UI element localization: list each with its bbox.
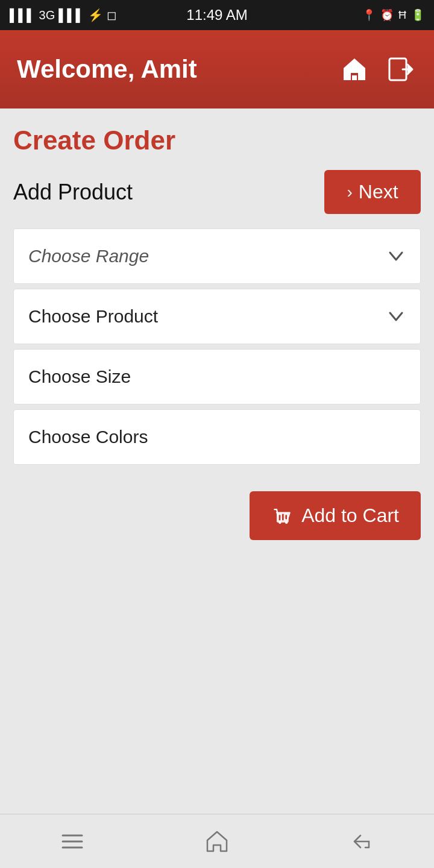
choose-size-row[interactable]: Choose Size — [13, 349, 421, 404]
bottom-nav — [0, 814, 434, 868]
home-icon[interactable] — [338, 52, 371, 86]
svg-point-4 — [285, 521, 288, 524]
back-button[interactable] — [344, 823, 380, 860]
svg-rect-6 — [282, 514, 284, 520]
signal-icon: ▌▌▌ — [10, 8, 36, 22]
page-title: Create Order — [13, 125, 421, 156]
add-product-label: Add Product — [13, 180, 133, 205]
next-chevron: › — [347, 183, 352, 202]
choose-range-chevron — [386, 247, 406, 266]
home-svg — [340, 55, 369, 84]
alarm-icon: ⏰ — [380, 8, 394, 22]
choose-size-label: Choose Size — [28, 366, 131, 386]
status-left: ▌▌▌ 3G ▌▌▌ ⚡ ◻ — [10, 8, 117, 22]
app-header: Welcome, Amit — [0, 30, 434, 108]
battery-icon: 🔋 — [411, 8, 424, 22]
choose-colors-row[interactable]: Choose Colors — [13, 409, 421, 465]
logout-icon[interactable] — [383, 52, 417, 86]
svg-point-3 — [278, 521, 281, 524]
next-button[interactable]: › Next — [324, 170, 421, 214]
usb-icon: ⚡ — [88, 8, 103, 22]
add-to-cart-label: Add to Cart — [301, 505, 399, 527]
status-right: 📍 ⏰ Ħ 🔋 — [362, 8, 424, 22]
welcome-title: Welcome, Amit — [17, 55, 197, 84]
choose-range-label: Choose Range — [28, 246, 149, 266]
home-nav-icon — [204, 828, 230, 855]
network-label: 3G — [39, 8, 55, 22]
add-to-cart-button[interactable]: Add to Cart — [250, 491, 421, 540]
choose-product-chevron — [386, 307, 406, 326]
back-icon — [348, 828, 375, 855]
choose-product-dropdown[interactable]: Choose Product — [13, 289, 421, 344]
logout-svg — [386, 55, 415, 84]
status-time: 11:49 AM — [186, 7, 247, 24]
next-label: Next — [359, 181, 398, 203]
main-content: Create Order Add Product › Next Choose R… — [0, 108, 434, 814]
menu-icon — [59, 828, 86, 855]
status-bar: ▌▌▌ 3G ▌▌▌ ⚡ ◻ 11:49 AM 📍 ⏰ Ħ 🔋 — [0, 0, 434, 30]
sim-icon: ◻ — [107, 8, 117, 22]
choose-colors-label: Choose Colors — [28, 427, 148, 447]
signal-icon-2: ▌▌▌ — [58, 8, 84, 22]
svg-rect-7 — [286, 515, 288, 519]
header-icons — [338, 52, 417, 86]
svg-rect-0 — [352, 75, 357, 80]
svg-rect-5 — [279, 515, 281, 520]
cart-icon — [271, 505, 293, 527]
choose-range-dropdown[interactable]: Choose Range — [13, 228, 421, 284]
location-icon: 📍 — [362, 8, 376, 22]
choose-product-label: Choose Product — [28, 306, 158, 327]
add-product-row: Add Product › Next — [13, 170, 421, 214]
home-nav-button[interactable] — [199, 823, 235, 860]
menu-button[interactable] — [54, 823, 90, 860]
signal-icon-3: Ħ — [398, 9, 406, 22]
